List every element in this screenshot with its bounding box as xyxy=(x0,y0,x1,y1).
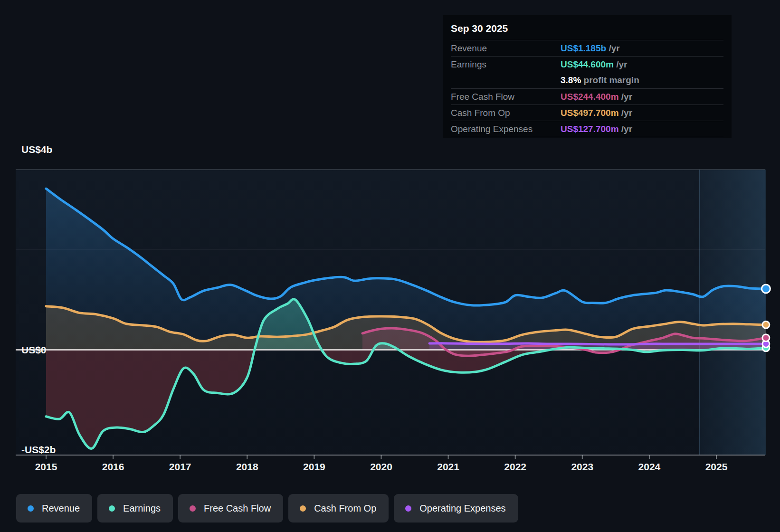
legend-item-revenue[interactable]: Revenue xyxy=(16,494,92,522)
x-axis-label-2023: 2023 xyxy=(571,461,593,472)
x-axis-label-2025: 2025 xyxy=(705,461,728,472)
y-axis-label--US$2b: -US$2b xyxy=(21,444,56,455)
tooltip-row-value: US$44.600m /yr xyxy=(561,59,628,70)
tooltip-row-label: Revenue xyxy=(451,43,487,54)
chart-legend: RevenueEarningsFree Cash FlowCash From O… xyxy=(16,494,518,522)
x-axis-label-2019: 2019 xyxy=(303,461,325,472)
tooltip-row-value: US$127.700m /yr xyxy=(561,124,632,134)
tooltip-row-label: Earnings xyxy=(451,59,486,70)
chart-tooltip: Sep 30 2025 RevenueUS$1.185b /yrEarnings… xyxy=(443,15,732,138)
tooltip-row-opex: Operating ExpensesUS$127.700m /yr xyxy=(451,121,723,137)
legend-dot-icon xyxy=(300,505,306,512)
x-axis-label-2021: 2021 xyxy=(437,461,459,472)
tooltip-row-label: Cash From Op xyxy=(451,108,510,118)
legend-item-fcf[interactable]: Free Cash Flow xyxy=(178,494,283,522)
tooltip-row-value: US$244.400m /yr xyxy=(561,92,632,102)
financial-history-chart-page: 2015201620172018201920202021202220232024… xyxy=(0,0,780,532)
fcf-end-dot xyxy=(762,334,770,342)
legend-dot-icon xyxy=(405,505,411,512)
tooltip-date: Sep 30 2025 xyxy=(451,20,723,40)
legend-dot-icon xyxy=(190,505,196,512)
tooltip-row-earnings: EarningsUS$44.600m /yr xyxy=(451,56,723,72)
x-axis-label-2020: 2020 xyxy=(370,461,392,472)
x-axis-label-2022: 2022 xyxy=(504,461,526,472)
tooltip-row-label: Operating Expenses xyxy=(451,124,533,134)
tooltip-row-value: US$497.700m /yr xyxy=(561,108,632,118)
opex-line xyxy=(429,343,766,344)
tooltip-row-fcf: Free Cash FlowUS$244.400m /yr xyxy=(451,88,723,104)
cashop-end-dot xyxy=(762,321,770,328)
tooltip-row-value: 3.8% profit margin xyxy=(561,75,639,86)
tooltip-row-value: US$1.185b /yr xyxy=(561,43,620,54)
legend-item-label: Earnings xyxy=(123,503,161,514)
x-axis-label-2015: 2015 xyxy=(35,461,57,472)
y-axis-label-US$0: US$0 xyxy=(21,344,47,355)
legend-dot-icon xyxy=(109,505,115,512)
legend-item-label: Operating Expenses xyxy=(419,503,505,514)
revenue-end-dot xyxy=(761,285,770,293)
tooltip-row-revenue: RevenueUS$1.185b /yr xyxy=(451,40,723,56)
tooltip-row-margin: 3.8% profit margin xyxy=(451,72,723,88)
tooltip-rows: RevenueUS$1.185b /yrEarningsUS$44.600m /… xyxy=(451,40,723,137)
legend-item-label: Revenue xyxy=(42,503,80,514)
legend-item-label: Free Cash Flow xyxy=(204,503,271,514)
x-axis-label-2017: 2017 xyxy=(169,461,191,472)
x-axis-label-2018: 2018 xyxy=(236,461,258,472)
x-axis-label-2024: 2024 xyxy=(638,461,661,472)
tooltip-row-label: Free Cash Flow xyxy=(451,92,514,102)
y-axis-label-US$4b: US$4b xyxy=(21,144,52,155)
tooltip-row-cashop: Cash From OpUS$497.700m /yr xyxy=(451,104,723,121)
legend-dot-icon xyxy=(28,505,34,512)
legend-item-cashop[interactable]: Cash From Op xyxy=(288,494,389,522)
legend-item-label: Cash From Op xyxy=(314,503,376,514)
legend-item-earnings[interactable]: Earnings xyxy=(97,494,173,522)
x-axis-label-2016: 2016 xyxy=(102,461,124,472)
legend-item-opex[interactable]: Operating Expenses xyxy=(394,494,518,522)
